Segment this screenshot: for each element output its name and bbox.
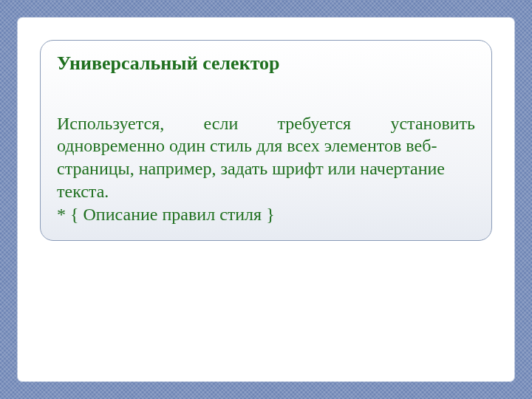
slide-frame: Универсальный селектор Используется, есл…: [18, 18, 514, 381]
body-line-1: Используется, если требуется установить: [57, 112, 475, 135]
body-rest: одновременно один стиль для всех элемент…: [57, 136, 445, 223]
card-body: Используется, если требуется установитьо…: [57, 89, 475, 225]
card-title: Универсальный селектор: [57, 52, 475, 75]
content-card: Универсальный селектор Используется, есл…: [40, 40, 492, 241]
